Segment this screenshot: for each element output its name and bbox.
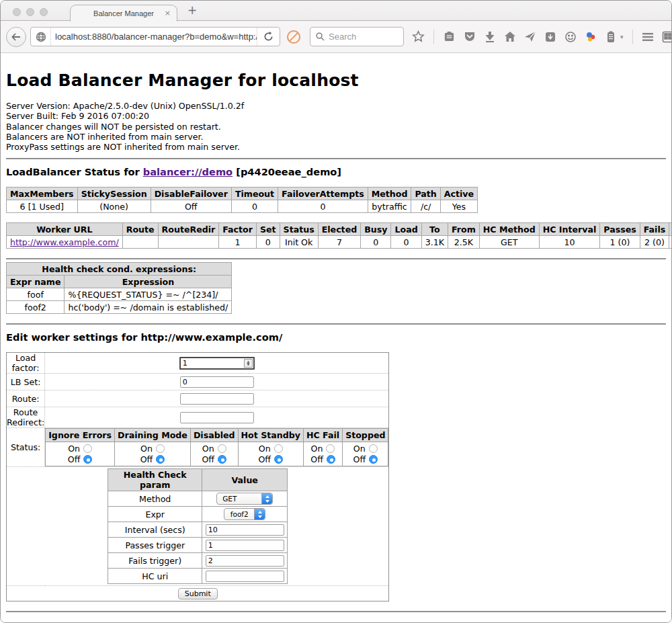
draining-mode-on-radio[interactable] [156, 444, 165, 453]
edit-worker-form: Load factor: ▲▼ LB Set: Route: [6, 352, 666, 601]
content-blocker-icon[interactable] [287, 30, 300, 44]
table-cell: 0 [256, 236, 280, 249]
pocket-icon[interactable] [463, 30, 476, 43]
submit-button[interactable]: Submit [178, 588, 218, 599]
expr-row-foof: foof %{REQUEST_STATUS} =~ /^[234]/ [7, 288, 232, 301]
header-cell: Expr name [7, 276, 65, 288]
route-label: Route: [7, 390, 45, 407]
status-label: Status: [7, 428, 45, 467]
status-radio-row: On Off On Off [46, 442, 388, 466]
interval-input[interactable] [206, 524, 284, 536]
expr-name-cell: foof [7, 288, 65, 301]
ignore-errors-radios: On Off [46, 442, 115, 466]
radio-off-label: Off [68, 454, 81, 464]
table-cell: GET [479, 236, 539, 249]
search-placeholder: Search [329, 32, 356, 42]
back-arrow-icon [11, 33, 21, 41]
balancer-status-table: MaxMembers StickySession DisableFailover… [6, 187, 478, 213]
services-dots-icon[interactable] [584, 30, 597, 43]
status-cell: Ignore Errors Draining Mode Disabled Hot… [45, 428, 389, 467]
ignore-errors-off-radio[interactable] [83, 455, 92, 464]
server-info: Server Version: Apache/2.5.0-dev (Unix) … [6, 101, 666, 152]
reload-button[interactable] [257, 28, 280, 46]
submit-row: Submit [7, 586, 389, 601]
ignore-errors-on-radio[interactable] [83, 444, 92, 453]
search-box[interactable]: Search [310, 27, 404, 46]
header-cell: Draining Mode [115, 429, 191, 442]
number-spinner[interactable]: ▲▼ [244, 359, 253, 368]
table-cell: bytraffic [368, 200, 411, 213]
minimize-window-button[interactable] [26, 8, 34, 16]
table-cell [122, 236, 158, 249]
stopped-on-radio[interactable] [369, 444, 378, 453]
header-cell: Busy [361, 223, 391, 236]
balancer-data-row: 6 [1 Used] (None) Off 0 0 bytraffic /c/ … [7, 200, 478, 213]
new-tab-button[interactable]: + [187, 3, 197, 17]
status-row: Status: Ignore Errors Draining Mode Disa… [7, 428, 389, 467]
hc-fail-off-radio[interactable] [327, 455, 335, 464]
expr-title-row: Health check cond. expressions: [7, 263, 232, 276]
radio-off-label: Off [353, 454, 366, 464]
feedback-smiley-icon[interactable] [564, 30, 577, 43]
clipboard-extension-icon[interactable] [604, 30, 617, 43]
lb-set-cell [45, 374, 389, 390]
site-identity-globe-icon[interactable] [31, 28, 51, 46]
server-built-line: Server Built: Feb 9 2016 07:00:20 [6, 111, 666, 121]
worker-url-link[interactable]: http://www.example.com/ [10, 237, 119, 247]
balancer-demo-link[interactable]: balancer://demo [143, 166, 233, 177]
chevron-down-icon[interactable]: ▾ [620, 34, 624, 40]
downloads-icon[interactable] [483, 30, 496, 43]
zoom-window-button[interactable] [40, 8, 48, 16]
menu-hamburger-icon[interactable] [642, 30, 655, 43]
home-icon[interactable] [503, 30, 516, 43]
route-redirect-input[interactable] [180, 412, 254, 423]
radio-off-label: Off [310, 454, 323, 464]
table-cell: 0 [391, 236, 421, 249]
expr-select[interactable]: foof2 [224, 508, 265, 520]
hc-uri-label: HC uri [108, 569, 202, 584]
load-factor-input[interactable] [183, 359, 244, 368]
method-select[interactable]: GET [216, 493, 273, 505]
hc-uri-row: HC uri [108, 569, 288, 584]
hc-fail-on-radio[interactable] [326, 444, 335, 453]
back-button[interactable] [6, 27, 26, 47]
stopped-off-radio[interactable] [369, 455, 378, 464]
extension-grid-icon[interactable] [662, 30, 672, 43]
hc-fails-row: Fails trigger) [108, 553, 288, 569]
toolbar-separator [433, 30, 434, 44]
health-check-row: Health Check param Value Method GET [7, 467, 389, 586]
radio-off-label: Off [202, 454, 214, 464]
hot-standby-on-radio[interactable] [274, 444, 283, 453]
hc-uri-cell [202, 569, 288, 584]
disabled-on-radio[interactable] [218, 444, 226, 453]
fails-cell [202, 553, 288, 569]
lb-set-input[interactable] [180, 376, 254, 388]
worker-header-row: Worker URL Route RouteRedir Factor Set S… [7, 223, 672, 236]
tab-close-icon[interactable]: × [165, 9, 171, 17]
tab-title: Balancer Manager [93, 9, 154, 17]
fails-input[interactable] [206, 555, 284, 567]
expr-name-cell: foof2 [7, 301, 65, 314]
close-window-button[interactable] [13, 8, 21, 16]
divider [6, 258, 666, 259]
hot-standby-off-radio[interactable] [274, 455, 283, 464]
tab-balancer-manager[interactable]: Balancer Manager × [70, 5, 177, 22]
bookmark-star-icon[interactable] [412, 30, 425, 43]
interval-label: Interval (secs) [108, 522, 202, 538]
hc-uri-input[interactable] [206, 571, 284, 582]
route-input[interactable] [180, 393, 254, 405]
download-panel-icon[interactable] [544, 30, 556, 43]
draining-mode-off-radio[interactable] [156, 455, 165, 464]
disabled-off-radio[interactable] [218, 455, 226, 464]
hc-fail-radios: On Off [303, 442, 342, 466]
route-redirect-row: Route Redirect: [7, 407, 389, 428]
send-tab-icon[interactable] [523, 30, 536, 43]
load-factor-label: Load factor: [7, 353, 45, 374]
url-text[interactable]: localhost:8880/balancer-manager?b=demo&w… [51, 32, 257, 42]
header-cell: DisableFailover [151, 188, 231, 200]
passes-input[interactable] [206, 540, 284, 551]
url-bar[interactable]: localhost:8880/balancer-manager?b=demo&w… [30, 27, 280, 46]
method-label: Method [108, 491, 202, 507]
bookmarks-menu-icon[interactable] [443, 30, 456, 43]
hot-standby-radios: On Off [238, 442, 303, 466]
